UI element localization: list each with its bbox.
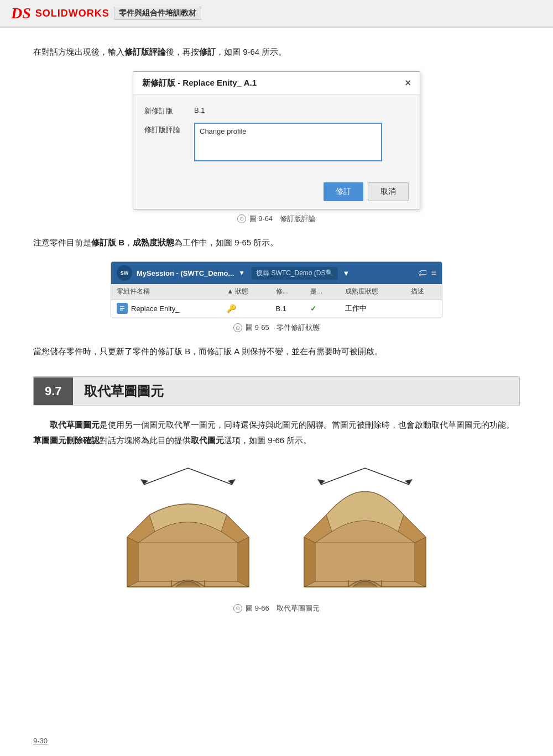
- col-status: ▲ 狀態: [221, 284, 270, 300]
- right-shape-container: [293, 465, 437, 598]
- svg-line-1: [144, 468, 188, 485]
- dialog-titlebar: 新修訂版 - Replace Enity_ A.1 ×: [133, 72, 420, 95]
- comment-textarea[interactable]: Change profile: [194, 123, 382, 161]
- fig-icon: ⊙: [237, 214, 246, 223]
- part-name-cell: Replace Enity_: [111, 300, 221, 318]
- part-icon: [117, 303, 128, 314]
- shape1-svg: [116, 487, 260, 598]
- sw-tag-icon[interactable]: 🏷: [418, 268, 427, 278]
- confirm-button[interactable]: 修訂: [324, 182, 363, 201]
- sw-titlebar: SW MySession - (SWTC_Demo... ▼ 搜尋 SWTC_D…: [111, 262, 442, 284]
- svg-marker-7: [238, 537, 249, 587]
- section-paragraph: 取代草圖圖元是使用另一個圖元取代單一圖元，同時還保持與此圖元的關聯。當圖元被刪除…: [33, 417, 520, 449]
- sw-logo-text: SW: [121, 270, 129, 276]
- table-header-row: 零組件名稱 ▲ 狀態 修... 是... 成熟度狀態 描述: [111, 284, 442, 300]
- left-shape-container: [116, 465, 260, 598]
- check-icon: ✓: [310, 305, 316, 313]
- dialog-row-revision: 新修訂版 B.1: [144, 104, 409, 116]
- section-title: 取代草圖圖元: [73, 377, 175, 406]
- arrows-svg: [116, 465, 260, 487]
- col-mod: 修...: [270, 284, 305, 300]
- comment-label: 修訂版評論: [144, 123, 194, 135]
- revision-value: B.1: [194, 104, 205, 114]
- fig65-label: 圖 9-65 零件修訂狀態: [246, 323, 320, 333]
- notice-paragraph: 注意零件目前是修訂版 B，成熟度狀態為工作中，如圖 9-65 所示。: [33, 235, 520, 251]
- dialog-row-comment: 修訂版評論 Change profile: [144, 123, 409, 161]
- table-row: Replace Enity_ 🔑 B.1 ✓ 工作中: [111, 300, 442, 318]
- revision-cell: B.1: [270, 300, 305, 318]
- svg-marker-6: [127, 537, 138, 587]
- fig66-label: 圖 9-66 取代草圖圖元: [246, 603, 320, 613]
- sw-search-box[interactable]: 搜尋 SWTC_Demo (DS🔍: [252, 267, 338, 280]
- section-number: 9.7: [34, 377, 73, 405]
- sw-parts-table: 零組件名稱 ▲ 狀態 修... 是... 成熟度狀態 描述 Rep: [111, 284, 442, 318]
- sw-application: SW MySession - (SWTC_Demo... ▼ 搜尋 SWTC_D…: [111, 261, 442, 318]
- sw-app-logo: SW: [117, 265, 132, 281]
- page-header: DS SOLIDWORKS 零件與組合件培訓教材: [0, 0, 553, 28]
- arrows2-svg: [293, 465, 437, 487]
- dialog-body: 新修訂版 B.1 修訂版評論 Change profile: [133, 95, 420, 177]
- col-name: 零組件名稱: [111, 284, 221, 300]
- revision-dialog: 新修訂版 - Replace Enity_ A.1 × 新修訂版 B.1 修訂版…: [133, 71, 420, 209]
- fig64-label: 圖 9-64 修訂版評論: [249, 214, 316, 224]
- intro-paragraph: 在對話方塊出現後，輸入修訂版評論後，再按修訂，如圖 9-64 所示。: [33, 44, 520, 60]
- col-desc: 描述: [405, 284, 442, 300]
- cancel-button[interactable]: 取消: [368, 182, 409, 201]
- revision-label: 新修訂版: [144, 104, 194, 116]
- solidworks-logo: SOLIDWORKS: [35, 8, 109, 19]
- sw-session-dropdown[interactable]: ▼: [238, 269, 245, 277]
- dialog-footer: 修訂 取消: [133, 177, 420, 209]
- fig66-caption: ⊙ 圖 9-66 取代草圖圖元: [33, 603, 520, 613]
- save-paragraph: 當您儲存零件時，只更新了零件的修訂版 B，而修訂版 A 則保持不變，並在有需要時…: [33, 344, 520, 360]
- dialog-title: 新修訂版 - Replace Enity_ A.1: [142, 78, 257, 88]
- key-icon: 🔑: [227, 304, 236, 313]
- svg-marker-20: [304, 537, 315, 587]
- sw-session-label: MySession - (SWTC_Demo...: [137, 269, 234, 277]
- check-cell: ✓: [305, 300, 340, 318]
- fig65-icon: ⊙: [233, 323, 242, 332]
- sw-toolbar-icons: 🏷 ≡: [418, 268, 436, 278]
- desc-cell: [405, 300, 442, 318]
- dialog-wrapper: 新修訂版 - Replace Enity_ A.1 × 新修訂版 B.1 修訂版…: [33, 71, 520, 209]
- header-title: 零件與組合件培訓教材: [114, 7, 201, 20]
- col-is: 是...: [305, 284, 340, 300]
- dialog-close-button[interactable]: ×: [405, 77, 411, 89]
- fig65-caption: ⊙ 圖 9-65 零件修訂狀態: [33, 323, 520, 333]
- maturity-cell: 工作中: [340, 300, 405, 318]
- fig66-icon: ⊙: [233, 604, 242, 613]
- sw-menu-icon[interactable]: ≡: [431, 268, 436, 278]
- sw-search-dropdown[interactable]: ▼: [342, 269, 349, 277]
- svg-marker-21: [415, 537, 426, 587]
- svg-line-3: [188, 468, 232, 485]
- page-number: 9-30: [33, 737, 48, 745]
- svg-line-17: [365, 468, 409, 485]
- shapes-illustration: [33, 465, 520, 598]
- part-name: Replace Enity_: [131, 305, 179, 313]
- svg-line-15: [321, 468, 365, 485]
- col-maturity: 成熟度狀態: [340, 284, 405, 300]
- status-cell: 🔑: [221, 300, 270, 318]
- section-header-97: 9.7 取代草圖圖元: [33, 376, 520, 406]
- shape2-svg: [293, 487, 437, 598]
- ds-logo: DS: [11, 4, 31, 22]
- main-content: 在對話方塊出現後，輸入修訂版評論後，再按修訂，如圖 9-64 所示。 新修訂版 …: [0, 28, 553, 647]
- fig64-caption: ⊙ 圖 9-64 修訂版評論: [33, 214, 520, 224]
